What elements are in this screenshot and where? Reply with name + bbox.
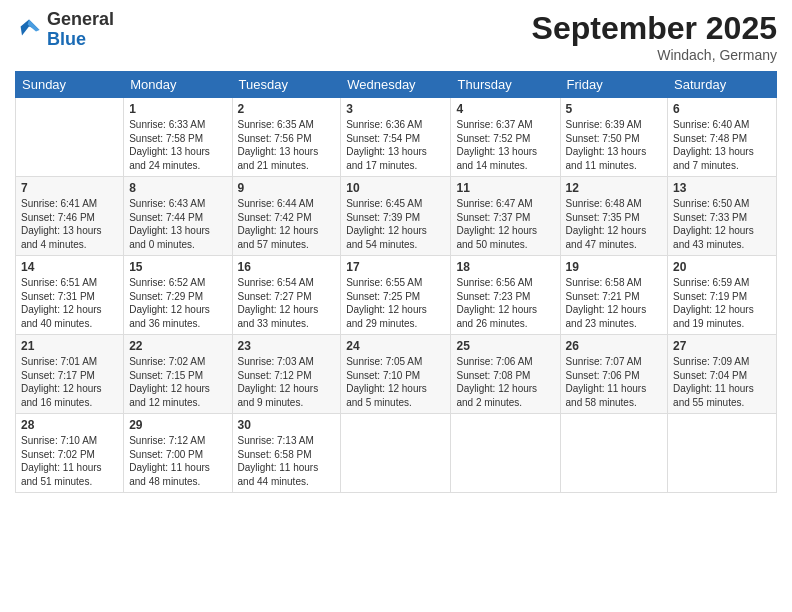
day-cell: 10Sunrise: 6:45 AM Sunset: 7:39 PM Dayli… xyxy=(341,177,451,256)
day-cell: 20Sunrise: 6:59 AM Sunset: 7:19 PM Dayli… xyxy=(668,256,777,335)
day-number: 6 xyxy=(673,102,771,116)
day-cell: 22Sunrise: 7:02 AM Sunset: 7:15 PM Dayli… xyxy=(124,335,232,414)
day-info: Sunrise: 7:10 AM Sunset: 7:02 PM Dayligh… xyxy=(21,434,118,488)
location: Windach, Germany xyxy=(532,47,777,63)
col-sunday: Sunday xyxy=(16,72,124,98)
week-row-1: 7Sunrise: 6:41 AM Sunset: 7:46 PM Daylig… xyxy=(16,177,777,256)
day-cell: 28Sunrise: 7:10 AM Sunset: 7:02 PM Dayli… xyxy=(16,414,124,493)
day-number: 13 xyxy=(673,181,771,195)
day-number: 21 xyxy=(21,339,118,353)
day-info: Sunrise: 6:44 AM Sunset: 7:42 PM Dayligh… xyxy=(238,197,336,251)
svg-marker-1 xyxy=(28,19,40,31)
day-number: 2 xyxy=(238,102,336,116)
week-row-2: 14Sunrise: 6:51 AM Sunset: 7:31 PM Dayli… xyxy=(16,256,777,335)
day-cell: 12Sunrise: 6:48 AM Sunset: 7:35 PM Dayli… xyxy=(560,177,668,256)
day-cell: 14Sunrise: 6:51 AM Sunset: 7:31 PM Dayli… xyxy=(16,256,124,335)
day-number: 10 xyxy=(346,181,445,195)
day-info: Sunrise: 6:47 AM Sunset: 7:37 PM Dayligh… xyxy=(456,197,554,251)
day-info: Sunrise: 7:09 AM Sunset: 7:04 PM Dayligh… xyxy=(673,355,771,409)
day-number: 3 xyxy=(346,102,445,116)
day-number: 22 xyxy=(129,339,226,353)
day-number: 29 xyxy=(129,418,226,432)
day-cell: 1Sunrise: 6:33 AM Sunset: 7:58 PM Daylig… xyxy=(124,98,232,177)
day-info: Sunrise: 6:50 AM Sunset: 7:33 PM Dayligh… xyxy=(673,197,771,251)
day-number: 26 xyxy=(566,339,663,353)
week-row-3: 21Sunrise: 7:01 AM Sunset: 7:17 PM Dayli… xyxy=(16,335,777,414)
day-info: Sunrise: 6:54 AM Sunset: 7:27 PM Dayligh… xyxy=(238,276,336,330)
day-cell: 3Sunrise: 6:36 AM Sunset: 7:54 PM Daylig… xyxy=(341,98,451,177)
day-info: Sunrise: 7:06 AM Sunset: 7:08 PM Dayligh… xyxy=(456,355,554,409)
day-cell xyxy=(16,98,124,177)
col-monday: Monday xyxy=(124,72,232,98)
day-number: 27 xyxy=(673,339,771,353)
day-cell: 26Sunrise: 7:07 AM Sunset: 7:06 PM Dayli… xyxy=(560,335,668,414)
day-info: Sunrise: 7:13 AM Sunset: 6:58 PM Dayligh… xyxy=(238,434,336,488)
page: General Blue September 2025 Windach, Ger… xyxy=(0,0,792,612)
day-info: Sunrise: 7:02 AM Sunset: 7:15 PM Dayligh… xyxy=(129,355,226,409)
day-cell: 21Sunrise: 7:01 AM Sunset: 7:17 PM Dayli… xyxy=(16,335,124,414)
day-cell: 30Sunrise: 7:13 AM Sunset: 6:58 PM Dayli… xyxy=(232,414,341,493)
day-cell: 2Sunrise: 6:35 AM Sunset: 7:56 PM Daylig… xyxy=(232,98,341,177)
logo-general: General xyxy=(47,9,114,29)
weekday-row: Sunday Monday Tuesday Wednesday Thursday… xyxy=(16,72,777,98)
day-cell: 11Sunrise: 6:47 AM Sunset: 7:37 PM Dayli… xyxy=(451,177,560,256)
calendar: Sunday Monday Tuesday Wednesday Thursday… xyxy=(15,71,777,493)
day-number: 24 xyxy=(346,339,445,353)
logo-blue: Blue xyxy=(47,29,86,49)
day-info: Sunrise: 6:55 AM Sunset: 7:25 PM Dayligh… xyxy=(346,276,445,330)
col-tuesday: Tuesday xyxy=(232,72,341,98)
day-number: 23 xyxy=(238,339,336,353)
day-number: 11 xyxy=(456,181,554,195)
day-number: 5 xyxy=(566,102,663,116)
day-number: 28 xyxy=(21,418,118,432)
day-cell xyxy=(668,414,777,493)
col-saturday: Saturday xyxy=(668,72,777,98)
day-info: Sunrise: 6:59 AM Sunset: 7:19 PM Dayligh… xyxy=(673,276,771,330)
day-info: Sunrise: 6:41 AM Sunset: 7:46 PM Dayligh… xyxy=(21,197,118,251)
day-cell: 27Sunrise: 7:09 AM Sunset: 7:04 PM Dayli… xyxy=(668,335,777,414)
day-number: 25 xyxy=(456,339,554,353)
day-info: Sunrise: 6:56 AM Sunset: 7:23 PM Dayligh… xyxy=(456,276,554,330)
week-row-0: 1Sunrise: 6:33 AM Sunset: 7:58 PM Daylig… xyxy=(16,98,777,177)
day-cell: 15Sunrise: 6:52 AM Sunset: 7:29 PM Dayli… xyxy=(124,256,232,335)
logo: General Blue xyxy=(15,10,114,50)
day-cell: 16Sunrise: 6:54 AM Sunset: 7:27 PM Dayli… xyxy=(232,256,341,335)
day-cell xyxy=(560,414,668,493)
col-wednesday: Wednesday xyxy=(341,72,451,98)
day-cell: 23Sunrise: 7:03 AM Sunset: 7:12 PM Dayli… xyxy=(232,335,341,414)
day-cell: 19Sunrise: 6:58 AM Sunset: 7:21 PM Dayli… xyxy=(560,256,668,335)
day-number: 12 xyxy=(566,181,663,195)
day-number: 20 xyxy=(673,260,771,274)
day-info: Sunrise: 6:58 AM Sunset: 7:21 PM Dayligh… xyxy=(566,276,663,330)
day-cell xyxy=(451,414,560,493)
day-cell: 8Sunrise: 6:43 AM Sunset: 7:44 PM Daylig… xyxy=(124,177,232,256)
day-cell: 29Sunrise: 7:12 AM Sunset: 7:00 PM Dayli… xyxy=(124,414,232,493)
day-info: Sunrise: 6:51 AM Sunset: 7:31 PM Dayligh… xyxy=(21,276,118,330)
day-info: Sunrise: 7:01 AM Sunset: 7:17 PM Dayligh… xyxy=(21,355,118,409)
logo-icon xyxy=(15,16,43,44)
day-info: Sunrise: 6:37 AM Sunset: 7:52 PM Dayligh… xyxy=(456,118,554,172)
day-info: Sunrise: 6:39 AM Sunset: 7:50 PM Dayligh… xyxy=(566,118,663,172)
header: General Blue September 2025 Windach, Ger… xyxy=(15,10,777,63)
day-number: 15 xyxy=(129,260,226,274)
week-row-4: 28Sunrise: 7:10 AM Sunset: 7:02 PM Dayli… xyxy=(16,414,777,493)
day-number: 30 xyxy=(238,418,336,432)
day-info: Sunrise: 6:40 AM Sunset: 7:48 PM Dayligh… xyxy=(673,118,771,172)
day-number: 16 xyxy=(238,260,336,274)
calendar-header: Sunday Monday Tuesday Wednesday Thursday… xyxy=(16,72,777,98)
day-info: Sunrise: 6:35 AM Sunset: 7:56 PM Dayligh… xyxy=(238,118,336,172)
day-number: 1 xyxy=(129,102,226,116)
day-cell xyxy=(341,414,451,493)
day-cell: 25Sunrise: 7:06 AM Sunset: 7:08 PM Dayli… xyxy=(451,335,560,414)
day-info: Sunrise: 6:36 AM Sunset: 7:54 PM Dayligh… xyxy=(346,118,445,172)
day-number: 18 xyxy=(456,260,554,274)
day-info: Sunrise: 7:07 AM Sunset: 7:06 PM Dayligh… xyxy=(566,355,663,409)
day-number: 9 xyxy=(238,181,336,195)
day-cell: 13Sunrise: 6:50 AM Sunset: 7:33 PM Dayli… xyxy=(668,177,777,256)
day-info: Sunrise: 7:12 AM Sunset: 7:00 PM Dayligh… xyxy=(129,434,226,488)
day-cell: 7Sunrise: 6:41 AM Sunset: 7:46 PM Daylig… xyxy=(16,177,124,256)
day-number: 17 xyxy=(346,260,445,274)
day-number: 8 xyxy=(129,181,226,195)
day-info: Sunrise: 6:48 AM Sunset: 7:35 PM Dayligh… xyxy=(566,197,663,251)
day-cell: 17Sunrise: 6:55 AM Sunset: 7:25 PM Dayli… xyxy=(341,256,451,335)
